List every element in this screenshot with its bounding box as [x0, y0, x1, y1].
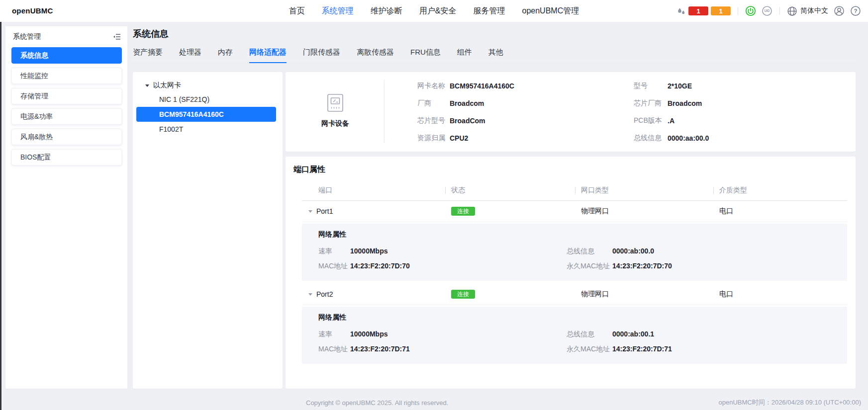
detail-label: 永久MAC地址	[567, 341, 612, 356]
chevron-down-icon	[145, 84, 149, 87]
media-type-value: 电口	[713, 290, 847, 299]
flame-alarm-icon	[676, 7, 686, 15]
adapter-fields-right: 型号2*10GE 芯片厂商Broadcom PCB版本.A 总线信息0000:a…	[634, 77, 709, 147]
network-attributes-title: 网络属性	[318, 313, 837, 322]
system-time-value: 2026/04/28 09:10 (UTC+00:00)	[772, 399, 861, 406]
field-value: Broadcom	[450, 99, 484, 107]
tab-processor[interactable]: 处理器	[179, 48, 201, 63]
critical-alarm-badge[interactable]: 1	[688, 6, 708, 15]
chevron-down-icon	[308, 210, 312, 213]
nav-home[interactable]: 首页	[289, 6, 305, 16]
tab-asset-summary[interactable]: 资产摘要	[133, 48, 163, 63]
table-row-port1[interactable]: Port1 连接 物理网口 电口	[302, 201, 847, 222]
tab-fru-info[interactable]: FRU信息	[410, 48, 441, 63]
uid-icon[interactable]: UID	[762, 5, 772, 16]
port-type-value: 物理网口	[575, 290, 713, 299]
detail-label: 总线信息	[567, 244, 612, 258]
minor-alarm-badge[interactable]: 1	[711, 6, 731, 15]
detail-label: 总线信息	[567, 327, 612, 341]
user-icon[interactable]	[834, 5, 845, 16]
sidebar-item-storage[interactable]: 存储管理	[11, 88, 122, 104]
port-properties-card: 端口属性 端口 状态 网口类型 介质类型 Port1 连接 物理网口 电口 网络…	[286, 157, 856, 389]
detail-value: 14:23:F2:20:7D:71	[612, 341, 672, 356]
port-properties-title: 端口属性	[293, 164, 325, 175]
field-label: 总线信息	[634, 134, 668, 143]
svg-text:UID: UID	[765, 9, 770, 12]
sidebar-title: 系统管理	[13, 32, 41, 41]
footer: Copyright © openUBMC 2025. All rights re…	[0, 395, 868, 410]
detail-label: 永久MAC地址	[567, 258, 612, 273]
topbar-separator	[738, 7, 738, 15]
tree-item-f1002t[interactable]: F1002T	[133, 122, 283, 137]
field-label: 芯片型号	[417, 116, 450, 125]
tab-threshold-sensors[interactable]: 门限传感器	[303, 48, 340, 63]
main-nav: 首页 系统管理 维护诊断 用户&安全 服务管理 openUBMC管理	[289, 0, 579, 22]
window-left-edge	[0, 22, 1, 410]
nav-user-security[interactable]: 用户&安全	[419, 6, 457, 16]
adapter-detail-card: 网卡设备 网卡名称BCM957416A4160C 厂商Broadcom 芯片型号…	[286, 72, 856, 152]
field-value: 0000:aa:00.0	[668, 134, 709, 142]
port-name: Port1	[316, 207, 333, 215]
detail-value: 0000:ab:00.1	[612, 327, 654, 341]
sidebar-item-fan-cooling[interactable]: 风扇&散热	[11, 129, 122, 145]
sidebar-item-power[interactable]: 电源&功率	[11, 108, 122, 125]
tree-item-nic1[interactable]: NIC 1 (SF221Q)	[133, 92, 283, 107]
tree-node-ethernet[interactable]: 以太网卡	[145, 79, 283, 92]
detail-value: 14:23:F2:20:7D:71	[350, 341, 410, 356]
collapse-panel-icon[interactable]	[112, 33, 121, 40]
detail-value: 14:23:F2:20:7D:70	[612, 258, 672, 273]
field-label: 网卡名称	[417, 82, 450, 90]
alarm-summary[interactable]: 1 1	[676, 6, 731, 15]
nav-openubmc-management[interactable]: openUBMC管理	[522, 6, 579, 16]
port-type-value: 物理网口	[575, 207, 713, 216]
table-row-port2[interactable]: Port2 连接 物理网口 电口	[302, 284, 847, 305]
svg-text:?: ?	[854, 8, 857, 14]
field-value: 2*10GE	[668, 82, 692, 90]
field-value: BroadCom	[450, 117, 485, 125]
topbar-separator	[779, 7, 780, 15]
tab-discrete-sensors[interactable]: 离散传感器	[357, 48, 394, 63]
sidebar-item-performance[interactable]: 性能监控	[11, 68, 122, 84]
chevron-down-icon	[308, 293, 312, 296]
detail-value: 10000Mbps	[350, 327, 387, 341]
language-switcher[interactable]: 简体中文	[787, 6, 828, 16]
help-icon[interactable]: ?	[850, 5, 861, 16]
globe-icon	[787, 6, 797, 16]
tree-root-label: 以太网卡	[153, 81, 181, 90]
app-logo: openUBMC	[12, 0, 53, 22]
sidebar-item-system-info[interactable]: 系统信息	[11, 47, 122, 64]
device-icon-label: 网卡设备	[314, 119, 357, 128]
port1-detail-panel: 网络属性 速率10000Mbps MAC地址14:23:F2:20:7D:70 …	[302, 224, 847, 281]
tab-others[interactable]: 其他	[488, 48, 503, 63]
port-table: 端口 状态 网口类型 介质类型 Port1 连接 物理网口 电口 网络属性 速率…	[302, 180, 847, 367]
field-value: .A	[668, 117, 675, 125]
detail-label: 速率	[318, 244, 350, 258]
tab-components[interactable]: 组件	[457, 48, 472, 63]
port2-expander[interactable]: Port2	[302, 290, 445, 298]
detail-label: MAC地址	[318, 258, 350, 273]
field-value: CPU2	[450, 134, 468, 142]
nav-maintenance-diagnosis[interactable]: 维护诊断	[371, 6, 402, 16]
tab-network-adapter[interactable]: 网络适配器	[249, 48, 287, 63]
system-time-label: openUBMC时间：	[718, 399, 771, 406]
language-label: 简体中文	[800, 6, 828, 15]
power-icon[interactable]	[745, 5, 756, 16]
sidebar-item-bios[interactable]: BIOS配置	[11, 149, 122, 165]
field-label: 型号	[634, 82, 668, 90]
main-header: 系统信息 资产摘要 处理器 内存 网络适配器 门限传感器 离散传感器 FRU信息…	[133, 22, 856, 63]
port-name: Port2	[316, 290, 333, 298]
field-label: 厂商	[417, 99, 450, 108]
field-label: 芯片厂商	[634, 99, 668, 108]
tree-item-bcm957416[interactable]: BCM957416A4160C	[136, 107, 276, 122]
column-header-status: 状态	[445, 186, 575, 195]
port-table-header: 端口 状态 网口类型 介质类型	[302, 180, 847, 201]
field-value: BCM957416A4160C	[450, 82, 514, 90]
nav-system-management[interactable]: 系统管理	[322, 6, 354, 16]
tab-memory[interactable]: 内存	[218, 48, 233, 63]
nav-service-management[interactable]: 服务管理	[473, 6, 505, 16]
port1-expander[interactable]: Port1	[302, 207, 445, 215]
detail-value: 0000:ab:00.0	[612, 244, 654, 258]
system-time: openUBMC时间：2026/04/28 09:10 (UTC+00:00)	[718, 398, 861, 407]
tab-bar: 资产摘要 处理器 内存 网络适配器 门限传感器 离散传感器 FRU信息 组件 其…	[133, 48, 856, 63]
topbar-actions: 1 1 UID 简体中文 ?	[676, 0, 861, 22]
